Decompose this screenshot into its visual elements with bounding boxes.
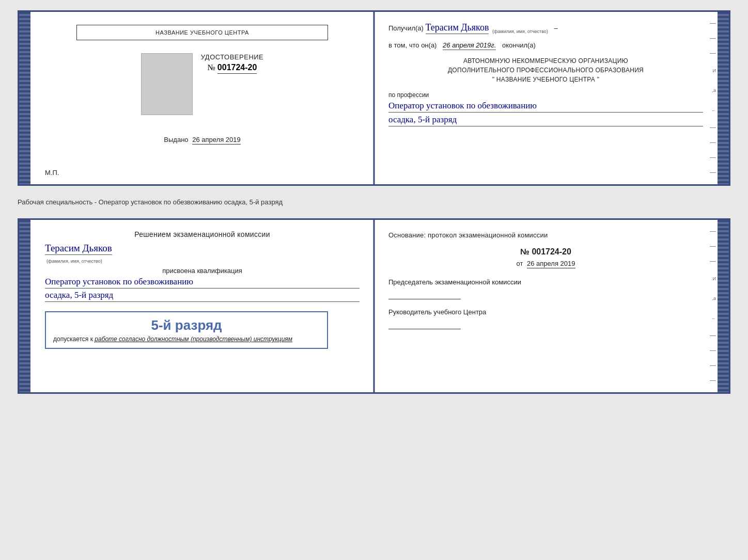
org-line2: ДОПОЛНИТЕЛЬНОГО ПРОФЕССИОНАЛЬНОГО ОБРАЗО… bbox=[388, 66, 703, 75]
org-line1: АВТОНОМНУЮ НЕКОММЕРЧЕСКУЮ ОРГАНИЗАЦИЮ bbox=[388, 56, 703, 66]
ot-label: от bbox=[516, 260, 523, 267]
profession-text: Оператор установок по обезвоживанию bbox=[388, 101, 703, 113]
right-spine-decoration bbox=[718, 12, 729, 184]
bottom-fio-sublabel: (фамилия, имя, отчество) bbox=[46, 259, 102, 264]
po-professii-label: по профессии bbox=[388, 91, 703, 99]
razryad2-text: осадка, 5-й разряд bbox=[45, 290, 360, 302]
edge-letter-i: И bbox=[710, 68, 716, 73]
recipient-name: Терасим Дьяков bbox=[426, 22, 489, 34]
rukovoditel-block: Руководитель учебного Центра bbox=[388, 308, 703, 329]
edge-letter-arrow: ← bbox=[710, 108, 716, 113]
fio-sublabel: (фамилия, имя, отчество) bbox=[492, 29, 548, 34]
edge-dash bbox=[710, 335, 716, 336]
edge-dash bbox=[710, 350, 716, 351]
poluchil-label: Получил(а) bbox=[388, 24, 424, 32]
bottom-person-wrapper: Терасим Дьяков (фамилия, имя, отчество) bbox=[45, 243, 360, 264]
prisvoena-label: присвоена квалификация bbox=[45, 267, 360, 275]
org-block: АВТОНОМНУЮ НЕКОММЕРЧЕСКУЮ ОРГАНИЗАЦИЮ ДО… bbox=[388, 56, 703, 84]
okonchil-label: окончил(а) bbox=[502, 41, 536, 49]
edge-dash bbox=[710, 246, 716, 247]
predsedatel-signature-line bbox=[388, 289, 461, 299]
cert-title: УДОСТОВЕРЕНИЕ bbox=[201, 53, 264, 61]
photo-placeholder bbox=[141, 53, 193, 115]
edge-dash bbox=[710, 365, 716, 366]
page-wrapper: НАЗВАНИЕ УЧЕБНОГО ЦЕНТРА УДОСТОВЕРЕНИЕ №… bbox=[18, 10, 730, 394]
ot-date-value: 26 апреля 2019 bbox=[527, 260, 575, 268]
certificate-section: УДОСТОВЕРЕНИЕ № 001724-20 bbox=[201, 53, 264, 74]
dopuskaetsya-label: допускается к bbox=[53, 335, 93, 343]
bottom-document-card: Решением экзаменационной комиссии Тераси… bbox=[18, 218, 730, 394]
razryad-text: осадка, 5-й разряд bbox=[388, 115, 703, 126]
dopuskaetsya-text: допускается к работе согласно должностны… bbox=[53, 335, 320, 343]
right-edge-lines: И ,а ← bbox=[708, 12, 718, 184]
edge-dash bbox=[710, 172, 716, 173]
edge-dash bbox=[710, 261, 716, 262]
vtom-line: в том, что он(а) 26 апреля 2019г. окончи… bbox=[388, 41, 703, 50]
vydano-date: 26 апреля 2019 bbox=[192, 136, 241, 145]
edge-dash bbox=[710, 157, 716, 158]
institution-name-text: НАЗВАНИЕ УЧЕБНОГО ЦЕНТРА bbox=[155, 29, 249, 36]
rukovoditel-label: Руководитель учебного Центра bbox=[388, 308, 703, 317]
edge-letter-a2: ,а bbox=[710, 296, 716, 301]
osnovaniye-title: Основание: протокол экзаменационной коми… bbox=[388, 231, 703, 239]
edge-dash bbox=[710, 23, 716, 24]
mp-label: М.П. bbox=[45, 169, 59, 177]
edge-dash bbox=[710, 380, 716, 381]
edge-letter-i2: И bbox=[710, 276, 716, 281]
vydano-line: Выдано 26 апреля 2019 bbox=[164, 136, 240, 143]
top-left-panel: НАЗВАНИЕ УЧЕБНОГО ЦЕНТРА УДОСТОВЕРЕНИЕ №… bbox=[30, 12, 374, 184]
ot-date-line: от 26 апреля 2019 bbox=[388, 260, 703, 267]
left-spine-decoration bbox=[19, 12, 30, 184]
edge-dash bbox=[710, 38, 716, 39]
org-line3: " НАЗВАНИЕ УЧЕБНОГО ЦЕНТРА " bbox=[388, 75, 703, 84]
rukovoditel-signature-line bbox=[388, 319, 461, 329]
protocol-number: № 001724-20 bbox=[388, 247, 703, 257]
vtom-date: 26 апреля 2019г. bbox=[443, 41, 496, 50]
bottom-left-panel: Решением экзаменационной комиссии Тераси… bbox=[30, 220, 374, 392]
edge-dash bbox=[710, 127, 716, 128]
edge-letter-arrow2: ← bbox=[710, 316, 716, 321]
vtom-prefix: в том, что он(а) bbox=[388, 41, 437, 49]
edge-dash bbox=[710, 231, 716, 232]
middle-specialty-label: Рабочая специальность - Оператор установ… bbox=[18, 195, 730, 209]
bottom-person-name: Терасим Дьяков bbox=[45, 243, 112, 255]
cert-number-prefix: № bbox=[208, 63, 215, 72]
stamp-box: 5-й разряд допускается к работе согласно… bbox=[45, 311, 328, 349]
edge-letter-a: ,а bbox=[710, 88, 716, 93]
dash-symbol: – bbox=[554, 24, 557, 32]
edge-dash bbox=[710, 142, 716, 143]
stamp-razryad-text: 5-й разряд bbox=[53, 317, 320, 333]
institution-name-box: НАЗВАНИЕ УЧЕБНОГО ЦЕНТРА bbox=[76, 25, 328, 40]
bottom-right-panel: И ,а ← Основание: протокол экзаменационн… bbox=[374, 220, 718, 392]
predsedatel-block: Председатель экзаменационной комиссии bbox=[388, 278, 703, 299]
bottom-right-edge-lines: И ,а ← bbox=[708, 220, 718, 392]
cert-number: 001724-20 bbox=[217, 63, 257, 74]
top-right-panel: И ,а ← Получил(а) Терасим Дьяков (фамили… bbox=[374, 12, 718, 184]
rabota-italic-text: работе согласно должностным (производств… bbox=[95, 335, 292, 343]
vydano-label: Выдано bbox=[164, 136, 188, 143]
predsedatel-label: Председатель экзаменационной комиссии bbox=[388, 278, 703, 287]
top-document-card: НАЗВАНИЕ УЧЕБНОГО ЦЕНТРА УДОСТОВЕРЕНИЕ №… bbox=[18, 10, 730, 186]
resheniem-title: Решением экзаменационной комиссии bbox=[45, 230, 360, 238]
bottom-left-spine bbox=[19, 220, 30, 392]
qualification-text: Оператор установок по обезвоживанию bbox=[45, 277, 360, 289]
received-line: Получил(а) Терасим Дьяков (фамилия, имя,… bbox=[388, 22, 703, 34]
bottom-right-spine bbox=[718, 220, 729, 392]
edge-dash bbox=[710, 53, 716, 54]
